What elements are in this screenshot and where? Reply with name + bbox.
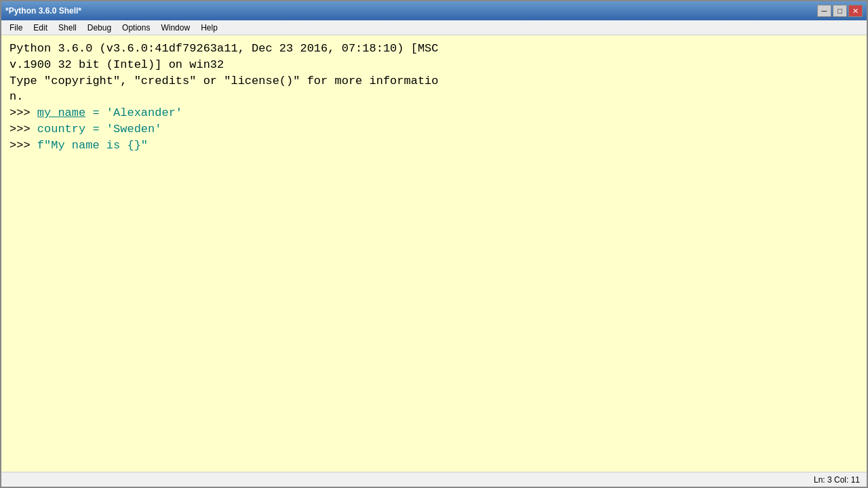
shell-area[interactable]: Python 3.6.0 (v3.6.0:41df79263a11, Dec 2…	[1, 35, 867, 472]
menu-edit[interactable]: Edit	[28, 22, 53, 34]
title-bar: *Python 3.6.0 Shell* ─ □ ✕	[1, 1, 867, 20]
banner-line2: v.1900 32 bit (Intel)] on win32	[9, 57, 859, 73]
banner-line4: n.	[9, 89, 859, 105]
menu-file[interactable]: File	[4, 22, 28, 34]
menu-shell[interactable]: Shell	[53, 22, 82, 34]
menu-debug[interactable]: Debug	[82, 22, 117, 34]
window-controls: ─ □ ✕	[817, 5, 863, 17]
shell-line-3: >>> f"My name is {}"	[9, 138, 859, 154]
shell-line-2: >>> country = 'Sweden'	[9, 121, 859, 138]
window-title: *Python 3.6.0 Shell*	[5, 6, 81, 16]
menu-window[interactable]: Window	[155, 22, 195, 34]
menu-options[interactable]: Options	[117, 22, 155, 34]
banner-line3: Type "copyright", "credits" or "license(…	[9, 73, 859, 89]
cursor-position: Ln: 3 Col: 11	[814, 475, 860, 485]
menu-help[interactable]: Help	[195, 22, 223, 34]
maximize-button[interactable]: □	[833, 5, 847, 17]
shell-line-1: >>> my_name = 'Alexander'	[9, 105, 859, 121]
banner-line1: Python 3.6.0 (v3.6.0:41df79263a11, Dec 2…	[9, 41, 859, 57]
minimize-button[interactable]: ─	[817, 5, 831, 17]
close-button[interactable]: ✕	[848, 5, 863, 17]
python-shell-window: *Python 3.6.0 Shell* ─ □ ✕ File Edit She…	[0, 0, 868, 488]
status-bar: Ln: 3 Col: 11	[1, 472, 867, 487]
shell-content: Python 3.6.0 (v3.6.0:41df79263a11, Dec 2…	[9, 41, 859, 154]
menu-bar: File Edit Shell Debug Options Window Hel…	[1, 20, 867, 35]
